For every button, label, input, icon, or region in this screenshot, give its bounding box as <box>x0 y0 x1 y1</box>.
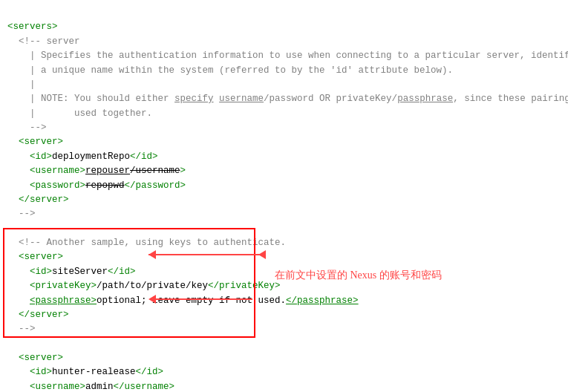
code-editor: <servers> <!-- server | Specifies the au… <box>0 0 568 392</box>
comment-line-4: | NOTE: You should either specify userna… <box>7 94 568 104</box>
comment-another: <!-- Another sample, using keys to authe… <box>7 238 286 248</box>
comment-end: --> <box>7 122 47 133</box>
comment-line-3: | <box>7 79 36 90</box>
comment-server-start: <!-- server <box>7 36 80 47</box>
id-line: <id>deploymentRepo</id> <box>7 151 158 162</box>
comment-line-1: | Specifies the authentication informati… <box>7 50 568 61</box>
comment-line-2: | a unique name within the system (refer… <box>7 65 453 76</box>
comment-end-2: --> <box>7 209 36 219</box>
privatekey-line: <privateKey>/path/to/private/key</privat… <box>7 281 281 291</box>
password-line: <password>repopwd</password> <box>7 180 186 191</box>
username-line: <username>repouser/username> <box>7 166 186 176</box>
servers-open-tag: <servers> <box>7 22 58 32</box>
server-close-1: </server> <box>7 195 69 205</box>
id-realease: <id>hunter-realease</id> <box>7 367 163 377</box>
comment-line-5: | used together. <box>7 108 152 119</box>
passphrase-line: <passphrase>optional; leave empty if not… <box>7 295 359 306</box>
username-admin-1: <username>admin</username> <box>7 382 174 392</box>
comment-end-3: --> <box>7 324 36 334</box>
server-close-2: </server> <box>7 310 69 320</box>
annotation-label: 在前文中设置的 Nexus 的账号和密码 <box>275 267 442 283</box>
server-open: <server> <box>7 137 63 147</box>
id-line-2: <id>siteServer</id> <box>7 267 136 277</box>
server-open-3: <server> <box>7 353 63 363</box>
server-open-2: <server> <box>7 252 63 262</box>
